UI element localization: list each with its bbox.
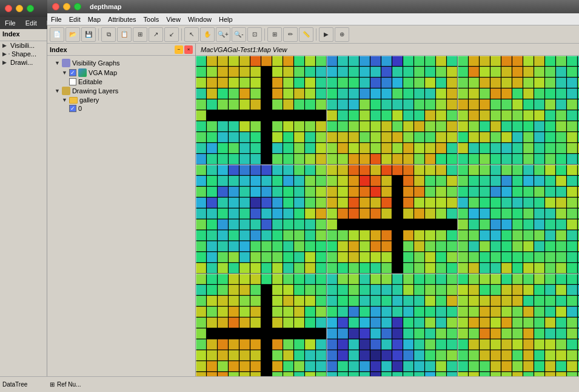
expand-arrow: ▶	[2, 51, 7, 57]
left-panel-title: Index	[0, 29, 47, 41]
tree-visibility-graphs[interactable]: ▼ Visibility Graphs	[47, 58, 195, 68]
toolbar-save[interactable]: 💾	[81, 27, 96, 42]
inner-menubar: File Edit Map Attributes Tools View Wind…	[47, 13, 579, 25]
expand-arrow: ▶	[2, 42, 7, 48]
index-panel-buttons: − ×	[175, 45, 193, 54]
inner-titlebar: depthmap	[47, 0, 579, 13]
toolbar-run[interactable]: ⊕	[335, 27, 349, 42]
outer-maximize-btn[interactable]	[27, 5, 34, 12]
tree-gallery[interactable]: ▼ gallery	[47, 96, 195, 104]
index-panel: Index − × ▼ Visibility Graphs	[47, 44, 196, 376]
outer-menu-file[interactable]: File	[5, 19, 16, 27]
shape-icon	[8, 53, 10, 55]
left-panel-item-drawing[interactable]: ▶ Drawi...	[0, 58, 47, 67]
gallery-folder-icon	[69, 97, 78, 104]
drawing-layers-icon	[62, 87, 70, 95]
vga-canvas	[196, 56, 579, 376]
vga-map-checkbox[interactable]	[69, 69, 76, 76]
inner-toolbar: 📄 📂 💾 ⧉ 📋 ⊞ ↗ ↙ ↖ ✋ 🔍+ 🔍- ⊡ ⊞ ✏ 📏 ▶ ⊕	[47, 25, 579, 44]
inner-app-title: depthmap	[90, 3, 122, 10]
toolbar-table[interactable]: ⊞	[133, 27, 147, 42]
tree-drawing-layers[interactable]: ▼ Drawing Layers	[47, 86, 195, 96]
toolbar-sep4	[316, 28, 316, 41]
drawing-layers-label: Drawing Layers	[72, 87, 118, 95]
toolbar-zoom-in[interactable]: 🔍+	[216, 27, 230, 42]
index-close-btn[interactable]: ×	[184, 45, 193, 54]
toolbar-sep3	[264, 28, 265, 41]
inner-menu-attributes[interactable]: Attributes	[108, 16, 136, 23]
editable-checkbox[interactable]	[69, 78, 76, 85]
toolbar-sep1	[98, 28, 99, 41]
toolbar-select[interactable]: ↖	[184, 27, 199, 42]
gallery-label: gallery	[79, 96, 99, 104]
expand-arrow: ▶	[2, 59, 7, 65]
vga-grid[interactable]	[196, 56, 579, 376]
inner-maximize-btn[interactable]	[74, 3, 81, 10]
inner-close-btn[interactable]	[52, 3, 59, 10]
outer-bottom-bar: DataTree	[0, 376, 47, 392]
status-right: ⊞ Ref Nu...	[47, 381, 579, 388]
toolbar-copy[interactable]: ⧉	[101, 27, 116, 42]
map-area: MacVGAGal-Test1:Map View	[196, 44, 579, 376]
toolbar-open[interactable]: 📂	[65, 27, 80, 42]
toolbar-sep2	[181, 28, 182, 41]
item0-label: 0	[78, 105, 82, 112]
inner-menu-window[interactable]: Window	[188, 16, 212, 23]
toolbar-paste[interactable]: 📋	[117, 27, 132, 42]
tree-item-0[interactable]: 0	[47, 104, 195, 113]
toolbar-fit[interactable]: ⊡	[247, 27, 262, 42]
toolbar-export[interactable]: ↗	[149, 27, 163, 42]
index-panel-title: Index	[50, 46, 67, 53]
inner-menu-view[interactable]: View	[166, 16, 181, 23]
toolbar-pencil[interactable]: ✏	[283, 27, 298, 42]
inner-menu-map[interactable]: Map	[88, 16, 101, 23]
visibility-graphs-label: Visibility Graphs	[72, 59, 120, 67]
visibility-group-icon	[62, 59, 70, 67]
vga-map-label: VGA Map	[89, 69, 117, 76]
editable-label: Editable	[78, 78, 102, 85]
toolbar-grid[interactable]: ⊞	[267, 27, 282, 42]
left-drawing-label: Drawi...	[10, 59, 33, 66]
inner-window: depthmap File Edit Map Attributes Tools …	[47, 0, 579, 392]
toolbar-new[interactable]: 📄	[50, 27, 64, 42]
toolbar-zoom-out[interactable]: 🔍-	[232, 27, 246, 42]
inner-menu-tools[interactable]: Tools	[144, 16, 159, 23]
inner-menu-help[interactable]: Help	[219, 16, 233, 23]
outer-minimize-btn[interactable]	[16, 5, 23, 12]
item0-checkbox[interactable]	[69, 105, 76, 112]
map-titlebar: MacVGAGal-Test1:Map View	[196, 44, 579, 56]
map-view-title: MacVGAGal-Test1:Map View	[201, 46, 287, 53]
gallery-expand-arrow: ▼	[62, 97, 67, 103]
inner-menu-edit[interactable]: Edit	[69, 16, 81, 23]
toolbar-measure[interactable]: 📏	[299, 27, 313, 42]
left-panel: Index ▶ Visibili... ▶ Shape... ▶ Drawi..…	[0, 29, 47, 392]
outer-menu-edit[interactable]: Edit	[25, 19, 37, 27]
outer-app: File Edit Map Attributes Tools Window He…	[0, 0, 579, 392]
vga-expand-arrow: ▼	[62, 70, 67, 76]
content-area: Index − × ▼ Visibility Graphs	[47, 44, 579, 376]
toolbar-pan[interactable]: ✋	[200, 27, 215, 42]
inner-menu-file[interactable]: File	[51, 16, 62, 23]
ref-num-label: Ref Nu...	[57, 381, 81, 388]
tree-editable[interactable]: Editable	[47, 78, 195, 86]
status-bar: ⊞ Ref Nu...	[47, 376, 579, 392]
left-visibility-label: Visibili...	[10, 42, 35, 49]
inner-minimize-btn[interactable]	[63, 3, 70, 10]
vg-expand-arrow: ▼	[55, 60, 60, 66]
toolbar-analysis[interactable]: ▶	[319, 27, 333, 42]
ref-num-icon: ⊞	[50, 381, 55, 388]
index-minimize-btn[interactable]: −	[175, 45, 183, 54]
outer-close-btn[interactable]	[5, 5, 12, 12]
tree-vga-map[interactable]: ▼ VGA Map	[47, 68, 195, 78]
datatree-label: DataTree	[2, 381, 27, 388]
left-panel-item-visibility[interactable]: ▶ Visibili...	[0, 41, 47, 50]
index-panel-header: Index − ×	[47, 44, 195, 56]
dl-expand-arrow: ▼	[55, 88, 60, 94]
left-shape-label: Shape...	[12, 50, 36, 58]
tree-container: ▼ Visibility Graphs ▼ VGA Map Ed	[47, 56, 195, 115]
left-panel-item-shape[interactable]: ▶ Shape...	[0, 50, 47, 58]
toolbar-import[interactable]: ↙	[164, 27, 179, 42]
vga-map-icon	[78, 68, 87, 77]
